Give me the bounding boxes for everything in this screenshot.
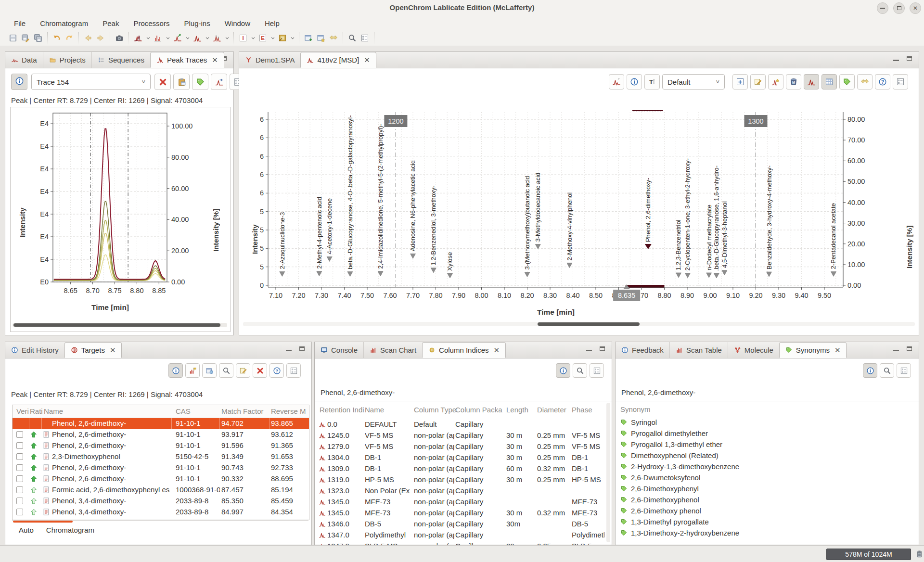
move-window-button[interactable]: [202, 363, 217, 378]
chromatogram-tab-demo1-spa[interactable]: Demo1.SPA: [239, 52, 300, 68]
column-header-cas[interactable]: CAS: [176, 407, 191, 415]
help-button[interactable]: ?: [875, 74, 890, 89]
colors-icon[interactable]: [277, 32, 288, 44]
search-icon[interactable]: [346, 32, 358, 44]
h-scrollbar-thumb[interactable]: [13, 323, 220, 327]
bucket-button[interactable]: M: [786, 74, 801, 89]
menu-peak[interactable]: Peak: [96, 18, 125, 29]
peaks-toggle-button[interactable]: [804, 74, 819, 89]
open-editor-icon[interactable]: [303, 32, 314, 44]
synonym-item-2[interactable]: Pyrogallol dimethylether: [616, 428, 914, 439]
column-header-column-packa[interactable]: Column Packa: [455, 406, 502, 414]
column-index-row-11[interactable]: 1347.0Polydimethylnon-polar (apCapillary…: [316, 530, 604, 541]
delete-button[interactable]: [253, 363, 267, 378]
text-label-button[interactable]: T: [644, 74, 660, 89]
close-icon[interactable]: ✕: [493, 346, 500, 355]
chevron-down-icon[interactable]: [184, 32, 191, 44]
synonym-item-10[interactable]: 1,3-Dimethyl pyrogallate: [616, 517, 914, 528]
table-toggle-button[interactable]: [821, 74, 837, 89]
column-header-diameter[interactable]: Diameter: [537, 406, 566, 414]
column-indices-tab-console[interactable]: Console: [315, 342, 363, 358]
add-view-icon[interactable]: [315, 32, 327, 44]
form-button[interactable]: [893, 74, 908, 89]
column-header-rati[interactable]: Rati: [30, 407, 43, 415]
close-icon[interactable]: ✕: [364, 56, 370, 64]
label-e-icon[interactable]: E: [257, 32, 269, 44]
verify-checkbox[interactable]: [16, 464, 23, 471]
verify-checkbox[interactable]: [16, 453, 23, 460]
form-button[interactable]: [590, 363, 604, 378]
clipboard-button[interactable]: [173, 74, 190, 90]
menu-window[interactable]: Window: [218, 18, 257, 29]
undo-icon[interactable]: [51, 32, 63, 44]
synonym-item-8[interactable]: 2,6-Dimethoxyphenol: [616, 495, 914, 506]
mass-spectrum-icon[interactable]: [152, 32, 164, 44]
target-row-3[interactable]: Phenol, 2,6-dimethoxy-91-10-191.59691.36…: [13, 440, 309, 451]
help-button[interactable]: ?: [270, 363, 284, 378]
panel-minmax[interactable]: [586, 346, 605, 351]
menu-processors[interactable]: Processors: [127, 18, 176, 29]
column-header-name[interactable]: Name: [365, 406, 384, 414]
maximize-window-icon[interactable]: [893, 2, 905, 14]
targets-tab-edit-history[interactable]: Edit History: [5, 342, 64, 358]
chart-flag-button[interactable]: [185, 363, 200, 378]
verify-checkbox[interactable]: [16, 498, 23, 504]
delete-button[interactable]: [154, 74, 171, 90]
info-button[interactable]: [556, 363, 570, 378]
menu-chromatogram[interactable]: Chromatogram: [34, 18, 94, 29]
column-header-length[interactable]: Length: [506, 406, 528, 414]
tag-button[interactable]: [839, 74, 855, 89]
synonyms-tab-synonyms[interactable]: Synonyms✕: [779, 342, 847, 358]
target-row-9[interactable]: Phenol, 3,4-dimethoxy-2033-89-884.99784.…: [13, 507, 309, 518]
verify-checkbox[interactable]: [16, 475, 23, 482]
column-indices-tab-column-indices[interactable]: Column Indices✕: [422, 342, 506, 358]
chevron-down-icon[interactable]: [270, 32, 276, 44]
panel-minmax[interactable]: [893, 56, 912, 61]
h-scrollbar-thumb[interactable]: [538, 322, 640, 326]
chart-type-button[interactable]: [609, 74, 624, 89]
column-header-name[interactable]: Name: [44, 407, 63, 415]
column-header-column-type[interactable]: Column Type: [414, 406, 456, 414]
chevron-down-icon[interactable]: [165, 32, 171, 44]
column-index-row-2[interactable]: 1245.0VF-5 MSnon-polar (apCapillary30 m0…: [316, 430, 604, 441]
label-i-icon[interactable]: I: [237, 32, 249, 44]
v-scrollbar[interactable]: [606, 403, 610, 542]
chevron-down-icon[interactable]: [204, 32, 210, 44]
close-icon[interactable]: ✕: [110, 346, 116, 355]
edit-button[interactable]: [236, 363, 250, 378]
redo-icon[interactable]: [64, 32, 75, 44]
column-header-retention-indi[interactable]: Retention Indi: [320, 406, 364, 414]
synonym-item-1[interactable]: Syringol: [616, 417, 914, 428]
target-row-7[interactable]: Formic acid, 2,6-dimethoxyphenyl es10003…: [13, 485, 309, 496]
targets-tab-targets[interactable]: Targets✕: [64, 342, 122, 358]
column-index-row-12[interactable]: 1347.0SLB-5 MSnon-polar (apCapillary30 m…: [316, 541, 604, 545]
column-index-row-4[interactable]: 1304.0DB-1non-polar (apCapillary30 m0.25…: [316, 452, 604, 463]
search-button[interactable]: [573, 363, 587, 378]
tag-button[interactable]: [192, 74, 208, 90]
targets-subtab-auto[interactable]: Auto: [19, 526, 34, 534]
add-frame-button[interactable]: [732, 74, 748, 89]
target-row-5[interactable]: Phenol, 2,6-dimethoxy-91-10-190.74392.73…: [13, 462, 309, 473]
target-row-6[interactable]: Phenol, 2,6-dimethoxy-91-10-190.33288.69…: [13, 473, 309, 485]
save-as-icon[interactable]: [20, 32, 31, 44]
info-button[interactable]: [863, 363, 877, 378]
synonym-item-3[interactable]: Pyrogallol 1,3-dimethyl ether: [616, 439, 914, 450]
peak-traces-tab-projects[interactable]: Projects: [43, 52, 91, 68]
synonyms-tab-scan-table[interactable]: Scan Table: [669, 342, 728, 358]
chromatogram-tab-418v2-msd[interactable]: 418v2 [MSD]✕: [300, 52, 376, 68]
h-scrollbar[interactable]: [13, 323, 227, 327]
close-icon[interactable]: ✕: [212, 56, 218, 64]
column-index-row-10[interactable]: 1346.0DB-5non-polar (apCapillary30mDB-5: [316, 519, 604, 530]
verify-checkbox[interactable]: [16, 431, 23, 438]
menu-file[interactable]: File: [8, 18, 32, 29]
h-scroll-indicator[interactable]: [13, 521, 73, 523]
form-icon[interactable]: [359, 32, 371, 44]
target-row-1[interactable]: Phenol, 2,6-dimethoxy-91-10-194.70293.86…: [13, 418, 309, 429]
column-header-reverse-m[interactable]: Reverse M: [271, 407, 306, 415]
chevron-down-icon[interactable]: [224, 32, 230, 44]
peak-traces-tab-peak-traces[interactable]: Peak Traces✕: [150, 52, 224, 68]
search-button[interactable]: [880, 363, 894, 378]
chevron-down-icon[interactable]: [289, 32, 295, 44]
transfer-icon[interactable]: [328, 32, 339, 44]
save-icon[interactable]: [7, 32, 19, 44]
